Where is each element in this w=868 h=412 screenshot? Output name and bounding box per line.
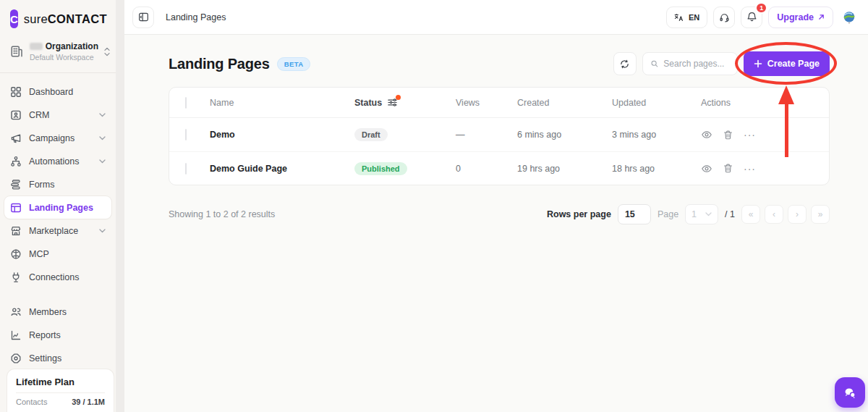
page-label: Page [658,209,678,219]
search-box [642,52,738,75]
gear-icon [10,353,22,364]
updated-value: 18 hrs ago [612,164,701,174]
pages-table: Name Status Views Created Updated Action… [169,87,830,185]
sidebar-item-marketplace[interactable]: Marketplace [4,219,111,242]
workspace-name: Default Workspace [30,53,98,62]
column-header-updated[interactable]: Updated [612,98,701,108]
sidebar-item-reports[interactable]: Reports [4,324,111,346]
language-label: EN [689,13,699,22]
column-header-name[interactable]: Name [210,98,354,108]
last-page-button[interactable]: » [811,205,830,224]
pagination: « ‹ › » [741,205,830,224]
refresh-button[interactable] [613,52,637,75]
chevron-down-icon [99,113,106,117]
create-page-label: Create Page [767,59,820,69]
mcp-icon [10,248,22,260]
automations-icon [10,156,22,167]
created-value: 6 mins ago [517,130,612,140]
page-name[interactable]: Demo [210,130,354,140]
row-checkbox[interactable] [185,129,187,140]
table-row: Demo Draft — 6 mins ago 3 mins ago ··· [169,118,829,151]
sidebar-toggle-button[interactable] [132,7,154,28]
plan-divider [16,392,105,393]
chat-widget-button[interactable] [835,377,865,408]
chevron-down-icon [99,159,106,164]
sidebar-item-campaigns[interactable]: Campaigns [4,127,111,149]
sidebar-item-connections[interactable]: Connections [4,266,111,288]
plan-card: Lifetime Plan Contacts 39 / 1.1M [7,369,114,412]
column-header-status[interactable]: Status [354,98,382,108]
status-badge: Published [354,162,407,175]
sidebar-nav: Dashboard CRM Campaigns Automations Form… [0,73,116,370]
select-all-checkbox[interactable] [185,97,187,109]
bell-icon [746,12,757,22]
rows-per-page-label: Rows per page [547,209,611,219]
preview-eye-icon[interactable] [701,163,712,175]
column-header-created[interactable]: Created [517,98,612,108]
language-selector[interactable]: EN [666,7,707,28]
row-checkbox[interactable] [185,163,187,175]
preview-eye-icon[interactable] [701,129,712,140]
beta-badge: BETA [277,57,311,71]
page-name[interactable]: Demo Guide Page [210,164,354,174]
page-content: Landing Pages BETA Create Page [124,35,868,412]
upgrade-button[interactable]: Upgrade [768,7,833,28]
brand-logo-icon: C [10,9,18,28]
chevron-down-icon [705,212,712,216]
external-arrow-icon [818,14,825,20]
page-select[interactable]: 1 [685,204,718,224]
crm-icon [10,109,22,121]
sidebar-item-forms[interactable]: Forms [4,173,111,196]
previous-page-button[interactable]: ‹ [765,205,783,224]
upgrade-label: Upgrade [777,12,814,22]
table-row: Demo Guide Page Published 0 19 hrs ago 1… [169,151,829,185]
sidebar-item-automations[interactable]: Automations [4,150,111,172]
plan-title: Lifetime Plan [16,377,105,387]
more-actions-button[interactable]: ··· [744,130,756,140]
table-footer: Showing 1 to 2 of 2 results Rows per pag… [169,204,830,224]
campaigns-icon [10,133,22,144]
members-icon [10,306,22,318]
sidebar-item-crm[interactable]: CRM [4,104,111,126]
page-title: Landing Pages [169,56,270,72]
filter-active-dot [396,95,401,100]
more-actions-button[interactable]: ··· [744,164,756,174]
first-page-button[interactable]: « [741,205,760,224]
sidebar-secondary-group: Members Reports Settings [4,300,111,369]
table-header-row: Name Status Views Created Updated Action… [169,88,829,118]
brand-name: sureCONTACT [24,12,107,26]
panel-left-icon [138,12,149,22]
sidebar: C sureCONTACT Organization Default Works… [0,0,116,412]
status-filter-button[interactable] [387,97,398,108]
connections-icon [10,272,22,283]
sidebar-item-mcp[interactable]: MCP [4,243,111,265]
search-input[interactable] [663,59,729,69]
sidebar-scroll-gutter [116,0,124,412]
breadcrumb: Landing Pages [166,12,226,22]
topbar: Landing Pages EN 1 Upgrade [124,0,868,35]
plus-icon [754,59,762,68]
browser-extension-icon[interactable] [842,10,856,25]
sidebar-item-members[interactable]: Members [4,300,111,323]
chevron-down-icon [99,229,106,233]
updated-value: 3 mins ago [612,130,701,140]
sidebar-item-landing-pages[interactable]: Landing Pages [4,196,111,219]
rows-per-page-input[interactable] [618,204,651,224]
column-header-views[interactable]: Views [456,98,517,108]
views-value: — [456,130,517,140]
next-page-button[interactable]: › [788,205,807,224]
sidebar-item-dashboard[interactable]: Dashboard [4,80,111,103]
chevron-up-down-icon [104,47,110,56]
dashboard-icon [10,86,22,98]
plan-usage-row: Contacts 39 / 1.1M [16,398,105,406]
delete-trash-icon[interactable] [723,163,733,174]
created-value: 19 hrs ago [517,164,612,174]
results-summary: Showing 1 to 2 of 2 results [169,209,275,219]
sidebar-item-settings[interactable]: Settings [4,347,111,369]
main-area: Landing Pages EN 1 Upgrade [124,0,868,412]
organization-switcher[interactable]: Organization Default Workspace [9,41,110,62]
support-button[interactable] [713,7,735,28]
create-page-button[interactable]: Create Page [744,51,830,76]
notification-badge: 1 [755,2,767,14]
delete-trash-icon[interactable] [723,130,733,140]
